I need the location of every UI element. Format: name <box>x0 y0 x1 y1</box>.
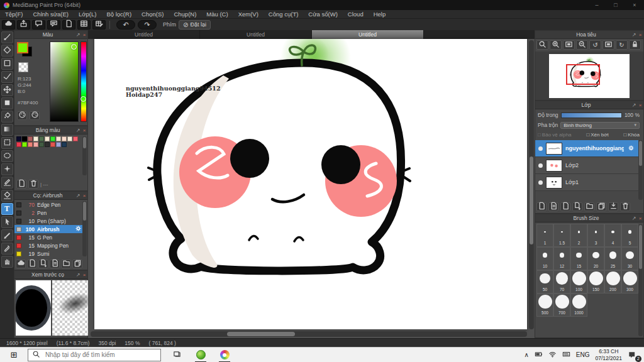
blend-dropdown[interactable]: Bình thường ▾ <box>560 122 640 129</box>
menu-item-5[interactable]: Chụp(N) <box>169 11 201 18</box>
brush-size-500[interactable]: 500 <box>536 293 553 317</box>
delete-layer-button[interactable] <box>620 202 630 211</box>
maximize-button[interactable]: □ <box>606 0 625 10</box>
palette-swatch-10[interactable] <box>73 136 78 141</box>
brush-size-700[interactable]: 700 <box>553 293 570 317</box>
delete-color-button[interactable] <box>28 180 38 189</box>
visibility-dot[interactable] <box>538 163 543 168</box>
close-panel-icon[interactable]: × <box>81 32 87 38</box>
brush-size-50[interactable]: 50 <box>536 270 553 293</box>
palette-swatch-7[interactable] <box>56 136 61 141</box>
document-button[interactable] <box>62 20 75 30</box>
palette-swatch-14[interactable] <box>33 142 38 147</box>
shape-tool[interactable] <box>1 58 13 70</box>
menu-item-6[interactable]: Màu (C) <box>201 11 233 18</box>
brush-item-0[interactable]: 70Edge Pen <box>14 200 84 209</box>
close-button[interactable]: × <box>625 0 644 10</box>
document-tab-1[interactable]: Untitled <box>200 30 312 39</box>
saturation-value-picker[interactable] <box>50 41 79 122</box>
document-tab-0[interactable]: Untitled <box>88 30 200 39</box>
brush-item-3[interactable]: 100Airbrush <box>14 225 84 233</box>
brush-size-20[interactable]: 20 <box>587 247 604 270</box>
palette-swatch-8[interactable] <box>62 136 67 141</box>
marquee-tool[interactable] <box>1 137 13 149</box>
duplicate-layer-button[interactable] <box>596 202 606 211</box>
keyboard-icon[interactable] <box>562 349 570 361</box>
brush-size-70[interactable]: 70 <box>553 270 570 293</box>
brush-scrollbar[interactable] <box>82 201 87 256</box>
wifi-icon[interactable] <box>548 349 557 361</box>
palette-swatch-9[interactable] <box>67 136 72 141</box>
transparent-color-swatch[interactable] <box>18 62 28 72</box>
brush-size-4[interactable]: 4 <box>604 224 621 247</box>
brush-size-25[interactable]: 25 <box>604 247 621 270</box>
reset-button[interactable]: ⊘ Đặt lại <box>179 20 211 30</box>
lasso-tool[interactable] <box>1 150 13 162</box>
layer-row[interactable]: Lớp1 <box>535 174 638 191</box>
close-panel-icon[interactable]: × <box>637 216 643 221</box>
viewport-rectangle[interactable] <box>566 64 600 85</box>
brush-size-100[interactable]: 100 <box>570 270 587 293</box>
palette-swatch-16[interactable] <box>45 142 50 147</box>
document-tab-2[interactable]: Untitled <box>312 30 424 39</box>
color-wheel-button[interactable] <box>17 111 27 120</box>
palette-swatch-1[interactable] <box>22 136 27 141</box>
menu-item-8[interactable]: Công cụ(T) <box>264 11 304 18</box>
brush-size-12[interactable]: 12 <box>553 247 570 270</box>
layer-row[interactable]: Lớp2 <box>535 157 638 174</box>
palette-swatch-15[interactable] <box>39 142 44 147</box>
close-panel-icon[interactable]: × <box>81 128 87 133</box>
menu-item-9[interactable]: Cửa sổ(W) <box>303 11 342 18</box>
sv-picker-ring[interactable] <box>71 44 77 50</box>
palette-swatch-17[interactable] <box>50 142 55 147</box>
brush-item-1[interactable]: 2Pen <box>14 209 84 217</box>
cloud-brush-button[interactable] <box>16 260 26 268</box>
palette-swatch-12[interactable] <box>22 142 27 147</box>
eyedropper-tool[interactable] <box>1 243 13 255</box>
select-eraser-tool[interactable] <box>1 190 13 202</box>
layer-row-active[interactable]: nguyenthihuonggiang <box>535 140 638 157</box>
brush-size-1000[interactable]: 1000 <box>570 293 587 317</box>
fit-screen-button[interactable] <box>563 40 575 50</box>
pen-tool[interactable] <box>1 229 13 241</box>
brush-size-15[interactable]: 15 <box>570 247 587 270</box>
wand-tool[interactable] <box>1 163 13 175</box>
select-pen-tool[interactable] <box>1 177 13 189</box>
brush-size-1.5[interactable]: 1.5 <box>553 224 570 247</box>
move-tool[interactable] <box>1 84 13 96</box>
new-layer-button[interactable] <box>536 202 547 211</box>
add-layer-menu-button[interactable] <box>572 202 582 211</box>
popup-icon[interactable]: ↗ <box>631 32 637 38</box>
foreground-color-swatch[interactable] <box>17 42 28 53</box>
zoom-out-button[interactable] <box>576 40 588 50</box>
search-input[interactable] <box>44 351 157 359</box>
duplicate-brush-button[interactable] <box>72 260 82 268</box>
canvas-horizontal-scrollbar[interactable] <box>91 331 527 337</box>
color-bar-button[interactable] <box>30 111 40 120</box>
palette-swatch-19[interactable] <box>62 142 67 147</box>
hue-slider[interactable] <box>80 41 87 122</box>
brush-size-2[interactable]: 2 <box>570 224 587 247</box>
navigator-canvas-thumb[interactable] <box>549 54 630 98</box>
lock-checkbox[interactable]: □Khóa <box>623 132 640 138</box>
brush-item-6[interactable]: 19Sumi <box>14 250 84 258</box>
menu-item-2[interactable]: Lớp(L) <box>74 11 101 18</box>
notification-button[interactable]: 2 <box>628 350 639 360</box>
palette-scrollbar[interactable] <box>82 136 87 175</box>
brush-size-5[interactable]: 5 <box>621 224 638 247</box>
tray-chevron-icon[interactable]: ∧ <box>524 351 528 358</box>
rotate-ccw-button[interactable]: ↺ <box>589 40 601 50</box>
comment-button[interactable] <box>32 20 45 30</box>
snap-tool[interactable] <box>1 71 13 83</box>
palette-swatch-13[interactable] <box>28 142 33 147</box>
zoom-tool-button[interactable] <box>536 40 548 50</box>
gradient-tool[interactable] <box>1 124 13 136</box>
palette-swatch-6[interactable] <box>50 136 55 141</box>
menu-item-3[interactable]: Bộ lọc(R) <box>101 11 136 18</box>
gear-icon[interactable] <box>627 144 635 153</box>
brush-size-1[interactable]: 1 <box>536 224 553 247</box>
brush-size-scrollbar[interactable] <box>638 224 643 336</box>
layer-scrollbar[interactable] <box>638 140 643 200</box>
brush-item-4[interactable]: 15G Pen <box>14 233 84 241</box>
menu-item-7[interactable]: Xem(V) <box>233 11 264 18</box>
